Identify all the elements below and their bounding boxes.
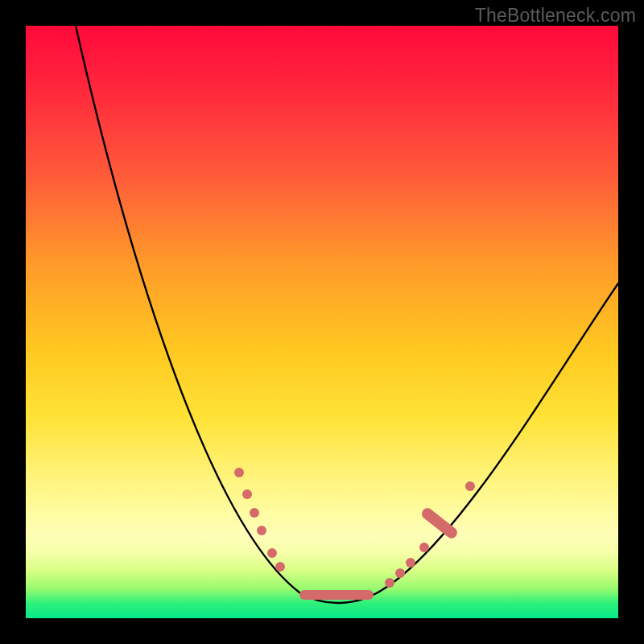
watermark-text: TheBottleneck.com bbox=[475, 5, 636, 27]
marker-dot bbox=[406, 558, 415, 568]
marker-bottom-segment bbox=[299, 590, 374, 600]
plot-area bbox=[26, 26, 618, 618]
marker-dot bbox=[257, 526, 266, 535]
marker-cluster-left bbox=[234, 468, 285, 572]
marker-dot-top-right bbox=[465, 481, 475, 491]
marker-dot bbox=[234, 468, 244, 477]
bottleneck-curve bbox=[76, 26, 618, 603]
marker-dot bbox=[385, 578, 394, 588]
marker-dot bbox=[242, 489, 252, 499]
marker-dot bbox=[419, 543, 429, 552]
marker-dot bbox=[395, 568, 405, 578]
marker-dot bbox=[267, 548, 277, 558]
marker-cluster-right bbox=[385, 543, 429, 588]
marker-dot bbox=[250, 508, 259, 518]
chart-frame: TheBottleneck.com bbox=[0, 0, 644, 644]
marker-dot bbox=[275, 562, 285, 572]
curve-layer bbox=[26, 26, 618, 618]
